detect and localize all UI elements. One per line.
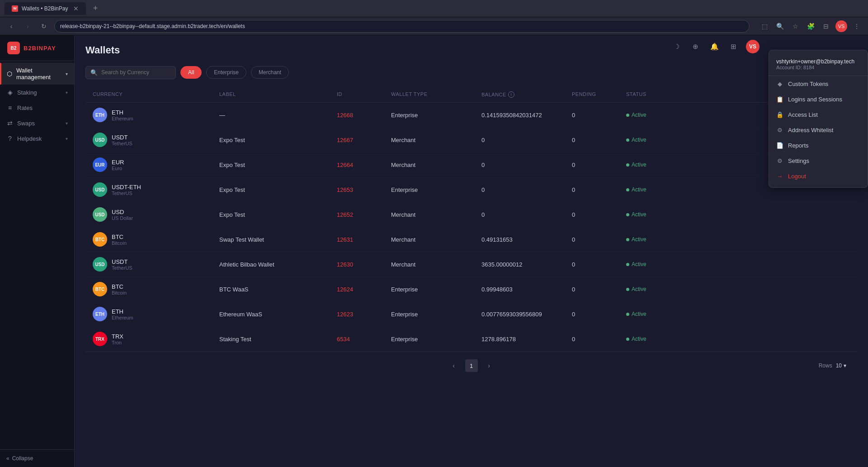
- table-row[interactable]: ETH ETH Ethereum Ethereum WaaS 12623 Ent…: [85, 302, 857, 327]
- toolbar: 🔍 All Enterprise Merchant ⊞ ⧖ ↑: [85, 65, 857, 80]
- active-tab[interactable]: W Wallets • B2BinPay ✕: [5, 2, 86, 15]
- table-row[interactable]: ETH ETH Ethereum — 12668 Enterprise 0.14…: [85, 103, 857, 128]
- col-status: Status: [626, 91, 680, 98]
- sidebar-item-rates[interactable]: ≡ Rates: [0, 100, 74, 115]
- id-cell[interactable]: 12624: [337, 286, 391, 293]
- menu-address-whitelist[interactable]: ⚙ Address Whitelist: [769, 122, 868, 138]
- currency-cell: BTC BTC Bitcoin: [93, 282, 219, 296]
- table-body: ETH ETH Ethereum — 12668 Enterprise 0.14…: [85, 103, 857, 352]
- status-cell: Active: [626, 261, 680, 267]
- extensions-icon[interactable]: 🧩: [805, 20, 816, 32]
- col-balance: Balance i: [481, 91, 572, 98]
- tab-merchant[interactable]: Merchant: [251, 66, 289, 79]
- pending-cell: 0: [572, 311, 626, 318]
- table-row[interactable]: BTC BTC Bitcoin BTC WaaS 12624 Enterpris…: [85, 277, 857, 302]
- label-cell: Swap Test Wallet: [219, 236, 337, 243]
- wallet-type-cell: Merchant: [391, 261, 481, 268]
- status-dot: [626, 338, 629, 341]
- menu-icon[interactable]: ⋮: [851, 20, 863, 32]
- id-cell[interactable]: 12623: [337, 311, 391, 318]
- wallet-type-cell: Enterprise: [391, 336, 481, 343]
- balance-cell: 0.00776593039556809: [481, 311, 572, 318]
- user-avatar[interactable]: VS: [746, 40, 760, 53]
- id-cell[interactable]: 6534: [337, 336, 391, 343]
- new-tab-button[interactable]: +: [90, 3, 101, 14]
- status-cell: Active: [626, 137, 680, 143]
- search-input[interactable]: [101, 69, 165, 76]
- sidebar-item-helpdesk[interactable]: ? Helpdesk ▾: [0, 131, 74, 146]
- forward-button[interactable]: ›: [22, 20, 33, 32]
- col-id: ID: [337, 91, 391, 98]
- menu-logout[interactable]: → Logout: [769, 168, 868, 184]
- page-number[interactable]: 1: [465, 359, 478, 372]
- menu-label: Logins and Sessions: [788, 96, 842, 103]
- table-row[interactable]: USD USDT-ETH TetherUS Expo Test 12653 En…: [85, 177, 857, 202]
- back-button[interactable]: ‹: [5, 20, 17, 32]
- help-icon[interactable]: ⊕: [689, 40, 702, 53]
- menu-label: Settings: [788, 157, 809, 164]
- tab-all[interactable]: All: [180, 66, 202, 79]
- logo: B2 B2BINPAY: [0, 35, 74, 61]
- pending-cell: 0: [572, 211, 626, 218]
- table-row[interactable]: BTC BTC Bitcoin Swap Test Wallet 12631 M…: [85, 227, 857, 252]
- currency-cell: ETH ETH Ethereum: [93, 307, 219, 321]
- menu-custom-tokens[interactable]: ◆ Custom Tokens: [769, 76, 868, 91]
- id-cell[interactable]: 12667: [337, 137, 391, 143]
- tab-close-button[interactable]: ✕: [73, 5, 79, 12]
- sidebar-item-swaps[interactable]: ⇄ Swaps ▾: [0, 115, 74, 131]
- sidebar-item-staking[interactable]: ◈ Staking ▾: [0, 85, 74, 100]
- menu-settings[interactable]: ⚙ Settings: [769, 153, 868, 168]
- status-dot: [626, 163, 629, 167]
- apps-icon[interactable]: ⊞: [727, 40, 740, 53]
- sidebar-item-wallet-management[interactable]: ⬡ Wallet management ▾: [0, 63, 74, 85]
- status-dot: [626, 238, 629, 241]
- tab-enterprise[interactable]: Enterprise: [206, 66, 246, 79]
- table-row[interactable]: USD USDT TetherUS Athletic Bilbao Wallet…: [85, 252, 857, 277]
- menu-label: Logout: [788, 173, 806, 180]
- table-row[interactable]: TRX TRX Tron Staking Test 6534 Enterpris…: [85, 327, 857, 352]
- id-cell[interactable]: 12630: [337, 261, 391, 268]
- menu-logins-sessions[interactable]: 📋 Logins and Sessions: [769, 91, 868, 107]
- id-cell[interactable]: 12664: [337, 162, 391, 168]
- next-page[interactable]: ›: [483, 360, 495, 372]
- zoom-icon[interactable]: 🔍: [774, 20, 786, 32]
- reload-button[interactable]: ↻: [38, 20, 50, 32]
- label-cell: Staking Test: [219, 336, 337, 343]
- currency-name: TetherUS: [112, 191, 141, 196]
- rows-chevron: ▾: [844, 362, 846, 369]
- currency-icon: BTC: [93, 232, 107, 247]
- menu-label: Address Whitelist: [788, 127, 833, 133]
- label-cell: Expo Test: [219, 137, 337, 143]
- table-row[interactable]: USD USD US Dollar Expo Test 12652 Mercha…: [85, 202, 857, 227]
- id-cell[interactable]: 12631: [337, 236, 391, 243]
- id-cell[interactable]: 12653: [337, 186, 391, 193]
- label-cell: BTC WaaS: [219, 286, 337, 293]
- address-bar[interactable]: release-b2binpay-21--b2binpay--default.s…: [54, 20, 750, 33]
- id-cell[interactable]: 12668: [337, 112, 391, 119]
- table-row[interactable]: EUR EUR Euro Expo Test 12664 Merchant 0 …: [85, 152, 857, 177]
- theme-toggle[interactable]: ☽: [670, 40, 683, 53]
- screenshot-icon[interactable]: ⬚: [759, 20, 770, 32]
- search-box[interactable]: 🔍: [85, 66, 176, 79]
- collapse-button[interactable]: « Collapse: [0, 449, 74, 467]
- status-dot: [626, 138, 629, 142]
- profile-icon[interactable]: VS: [835, 20, 847, 32]
- menu-reports[interactable]: 📄 Reports: [769, 138, 868, 153]
- status-cell: Active: [626, 186, 680, 193]
- sidebar-icon[interactable]: ⊟: [820, 20, 832, 32]
- bookmark-icon[interactable]: ☆: [789, 20, 801, 32]
- menu-access-list[interactable]: 🔒 Access List: [769, 107, 868, 122]
- pending-cell: 0: [572, 186, 626, 193]
- balance-info-icon: i: [508, 91, 514, 98]
- status-dot: [626, 114, 629, 117]
- currency-code: USDT: [112, 134, 132, 141]
- id-cell[interactable]: 12652: [337, 211, 391, 218]
- rows-dropdown[interactable]: 10 ▾: [836, 362, 846, 369]
- prev-page[interactable]: ‹: [448, 360, 460, 372]
- table-row[interactable]: USD USDT TetherUS Expo Test 12667 Mercha…: [85, 128, 857, 152]
- balance-cell: 0: [481, 162, 572, 168]
- search-icon: 🔍: [90, 69, 98, 76]
- menu-label: Access List: [788, 111, 818, 118]
- notifications-icon[interactable]: 🔔: [708, 40, 721, 53]
- currency-icon: TRX: [93, 332, 107, 346]
